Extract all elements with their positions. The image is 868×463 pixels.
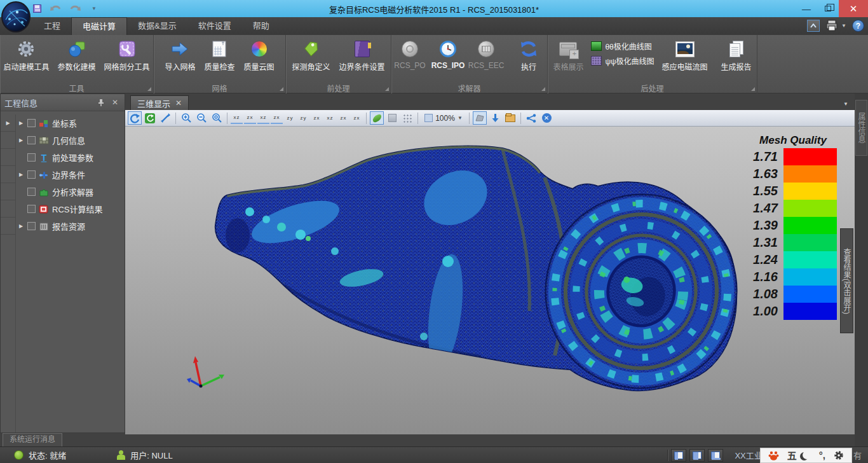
launch-modeling-tool-button[interactable]: 启动建模工具 bbox=[0, 38, 53, 73]
system-messages-tab[interactable]: 系统运行消息 bbox=[3, 433, 62, 446]
checkbox[interactable] bbox=[27, 119, 36, 127]
tab-project[interactable]: 工程 bbox=[33, 17, 71, 35]
shaded-mode-button[interactable] bbox=[370, 111, 384, 125]
expand-arrow-icon[interactable]: ▶ bbox=[17, 120, 25, 126]
checkbox[interactable] bbox=[27, 136, 36, 144]
tree-item-analysis-solver[interactable]: 分析求解器 bbox=[16, 183, 125, 200]
table-display-button[interactable]: 表格展示 bbox=[549, 38, 587, 73]
tab-help[interactable]: 帮助 bbox=[242, 17, 280, 35]
solver-rcs-po-button[interactable]: RCS_PO bbox=[391, 38, 428, 71]
tree-item-boundary-conditions[interactable]: ▶ 边界条件 bbox=[16, 166, 125, 183]
moon-icon[interactable] bbox=[803, 451, 811, 459]
tab-3d-display[interactable]: 三维显示 ✕ bbox=[130, 95, 189, 110]
checkbox[interactable] bbox=[27, 153, 36, 162]
zoom-fit-button[interactable] bbox=[210, 111, 224, 125]
tree-item-report-resources[interactable]: ▶ 报告资源 bbox=[16, 218, 125, 235]
tree-item-geometry-info[interactable]: ▶ 几何信息 bbox=[16, 132, 125, 149]
dialog-launcher-icon[interactable] bbox=[751, 87, 755, 91]
view-iso4-button[interactable]: zx bbox=[351, 112, 363, 124]
solver-rcs-eec-button[interactable]: RCS_EEC bbox=[468, 38, 505, 71]
zoom-level-select[interactable]: 100% ▼ bbox=[421, 111, 466, 125]
quality-check-button[interactable]: 质量检查 bbox=[200, 38, 238, 73]
ime-toolbar[interactable]: 五 °, bbox=[760, 448, 852, 463]
purple-book-icon bbox=[353, 39, 372, 59]
dialog-launcher-icon[interactable] bbox=[541, 87, 545, 91]
view-iso1-button[interactable]: zx bbox=[311, 112, 323, 124]
view-zy2-button[interactable]: zy bbox=[297, 112, 309, 124]
expand-arrow-icon[interactable]: ▶ bbox=[17, 223, 25, 229]
minimize-button[interactable]: — bbox=[796, 0, 817, 17]
view-xz-button[interactable]: xz bbox=[231, 112, 243, 124]
flat-mode-button[interactable] bbox=[385, 111, 399, 125]
help-button[interactable]: ? bbox=[852, 20, 864, 32]
restore-button[interactable] bbox=[817, 0, 839, 17]
surface-filter-button[interactable] bbox=[473, 111, 487, 125]
zoom-out-button[interactable] bbox=[194, 111, 208, 125]
checkbox[interactable] bbox=[27, 222, 36, 230]
document-tabstrip: 三维显示 ✕ ▼ bbox=[125, 93, 855, 110]
close-panel-icon[interactable]: ✕ bbox=[109, 98, 121, 107]
share-button[interactable] bbox=[524, 111, 538, 125]
parametric-modeling-button[interactable]: 参数化建模 bbox=[54, 38, 99, 73]
solver-rcs-ipo-button[interactable]: RCS_IPO bbox=[430, 38, 466, 71]
mesh-partition-tool-button[interactable]: 网格剖分工具 bbox=[100, 38, 153, 73]
checkbox[interactable] bbox=[27, 188, 36, 196]
tree-item-preprocess-params[interactable]: T 前处理参数 bbox=[16, 149, 125, 166]
root-expand-arrow[interactable]: ▶ bbox=[1, 114, 15, 132]
psi-polarization-curve-button[interactable]: ψψ极化曲线图 bbox=[591, 55, 654, 66]
import-mesh-button[interactable]: 导入网格 bbox=[161, 38, 199, 73]
view-zy-button[interactable]: zy bbox=[284, 112, 296, 124]
green-tag-icon bbox=[301, 38, 322, 60]
close-button[interactable]: ✕ bbox=[839, 0, 868, 17]
detection-angle-button[interactable]: 探测角定义 bbox=[288, 38, 334, 73]
checkbox[interactable] bbox=[27, 205, 36, 213]
execute-button[interactable]: 执行 bbox=[510, 38, 547, 73]
expand-arrow-icon[interactable]: ▶ bbox=[17, 137, 25, 143]
boundary-condition-settings-button[interactable]: 边界条件设置 bbox=[336, 38, 389, 73]
tab-em-computation[interactable]: 电磁计算 bbox=[71, 17, 127, 35]
view-results-tab[interactable]: 查看结果(双击展开) bbox=[840, 228, 853, 333]
print-preview-button[interactable]: ▼ bbox=[825, 19, 846, 32]
menu-tab-row: 工程 电磁计算 数据&显示 软件设置 帮助 ▼ ? bbox=[0, 17, 868, 35]
import-view-button[interactable] bbox=[488, 111, 502, 125]
view-xz2-button[interactable]: xz bbox=[257, 112, 269, 124]
expand-arrow-icon[interactable]: ▶ bbox=[17, 172, 25, 177]
tab-list-dropdown[interactable]: ▼ bbox=[843, 101, 848, 107]
theta-polarization-curve-button[interactable]: θθ极化曲线图 bbox=[591, 41, 654, 52]
status-text: 状态: 就绪 bbox=[29, 449, 66, 461]
layout-split-button[interactable] bbox=[689, 449, 705, 462]
checkbox[interactable] bbox=[27, 170, 36, 179]
zoom-in-button[interactable] bbox=[179, 111, 193, 125]
property-info-tab[interactable]: 属性信息 bbox=[855, 100, 867, 156]
view-iso2-button[interactable]: xz bbox=[324, 112, 336, 124]
view-zx2-button[interactable]: zx bbox=[271, 112, 283, 124]
ime-settings-gear-icon[interactable] bbox=[834, 450, 844, 460]
tree-item-rcs-results[interactable]: RCS计算结果 bbox=[16, 200, 125, 218]
tree-item-coordinate-system[interactable]: ▶ 坐标系 bbox=[16, 114, 125, 132]
viewport-3d[interactable]: Mesh Quality 1.71 1.63 1.55 1.47 1.39 1.… bbox=[125, 127, 855, 434]
spin-view-button[interactable] bbox=[143, 111, 157, 125]
pan-view-button[interactable] bbox=[158, 111, 172, 125]
layout-left-button[interactable] bbox=[671, 449, 686, 462]
tab-software-settings[interactable]: 软件设置 bbox=[187, 17, 242, 35]
ime-mode-label[interactable]: 五 bbox=[787, 448, 797, 462]
collapse-ribbon-button[interactable] bbox=[807, 20, 820, 32]
dialog-launcher-icon[interactable] bbox=[147, 87, 151, 91]
view-iso3-button[interactable]: zx bbox=[337, 112, 349, 124]
dialog-launcher-icon[interactable] bbox=[385, 87, 389, 91]
quality-cloud-map-button[interactable]: 质量云图 bbox=[240, 38, 278, 73]
snapshot-button[interactable] bbox=[503, 111, 517, 125]
rotate-view-button[interactable] bbox=[128, 111, 142, 125]
generate-report-button[interactable]: 生成报告 bbox=[717, 38, 756, 73]
induced-current-map-button[interactable]: 感应电磁流图 bbox=[658, 38, 712, 73]
dialog-launcher-icon[interactable] bbox=[280, 87, 283, 91]
close-tab-icon[interactable]: ✕ bbox=[175, 99, 182, 107]
view-zx-button[interactable]: zx bbox=[244, 112, 256, 124]
tab-data-display[interactable]: 数据&显示 bbox=[127, 17, 187, 35]
ime-punct-label[interactable]: °, bbox=[819, 450, 825, 460]
pin-icon[interactable] bbox=[98, 99, 109, 106]
app-logo[interactable] bbox=[1, 1, 31, 32]
layout-bottom-button[interactable] bbox=[708, 449, 723, 462]
points-mode-button[interactable] bbox=[400, 111, 414, 125]
close-view-button[interactable]: ✕ bbox=[539, 111, 553, 125]
